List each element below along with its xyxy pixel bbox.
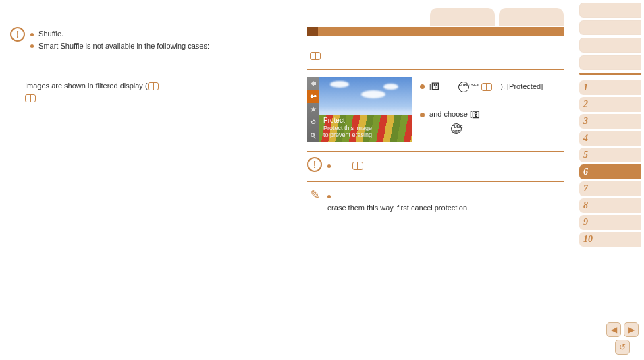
- book-icon: [352, 162, 363, 170]
- sidebar-header-tab[interactable]: [579, 3, 641, 18]
- warning-icon: !: [10, 27, 25, 42]
- bullet-icon: [327, 195, 331, 198]
- footer-nav: ◀ ▶ ↺: [606, 322, 639, 355]
- filtered-text: Images are shown in filtered display (: [25, 82, 148, 90]
- divider: [307, 151, 564, 152]
- sidebar-tabs: 1 2 3 4 5 6 7 8 9 10: [579, 3, 641, 249]
- key-icon: ⚿: [431, 80, 439, 94]
- book-ref: [310, 51, 564, 60]
- warn-line-2: Smart Shuffle is not available in the fo…: [38, 42, 209, 50]
- camera-sidebar: [307, 77, 319, 142]
- header-tabs: [430, 8, 564, 26]
- warning-text: Shuffle. Smart Shuffle is not available …: [30, 27, 209, 52]
- sidebar-num-6[interactable]: 6: [579, 164, 641, 179]
- warn-line-1: Shuffle.: [38, 30, 63, 38]
- sidebar-num-1[interactable]: 1: [579, 80, 641, 95]
- pencil-icon: ✎: [307, 187, 322, 202]
- bullet-icon: [420, 84, 425, 89]
- sidebar-num-3[interactable]: 3: [579, 114, 641, 129]
- bullet-icon: [420, 113, 425, 117]
- header-tab[interactable]: [430, 8, 495, 26]
- camera-favorite-icon: [307, 103, 319, 116]
- divider: [307, 181, 564, 182]
- camera-label-desc1: Protect this image: [323, 125, 372, 132]
- note-after-text: erase them this way, first cancel protec…: [327, 204, 469, 212]
- bullet-icon: [327, 164, 331, 168]
- warning-block: ! Shuffle. Smart Shuffle is not availabl…: [10, 27, 287, 52]
- book-icon: [310, 52, 321, 60]
- book-icon: [481, 83, 492, 91]
- protect-step: Protect Protect this image to prevent er…: [307, 77, 564, 142]
- note-block: ✎ erase them this way, first cancel prot…: [307, 187, 564, 214]
- sidebar-num-5[interactable]: 5: [579, 148, 641, 162]
- key-icon: ⚿: [472, 108, 480, 123]
- bullet-icon: [30, 33, 34, 36]
- bullet-icon: [30, 44, 34, 48]
- func-set-icon: FUNC SET: [458, 82, 469, 92]
- warning-text-2: [327, 157, 363, 172]
- header-tab[interactable]: [499, 8, 564, 26]
- right-column: Protect Protect this image to prevent er…: [297, 0, 574, 360]
- header-bar: [307, 27, 564, 36]
- svg-rect-2: [315, 95, 316, 96]
- camera-back-icon: [307, 77, 319, 90]
- step-seg-3: and choose [: [429, 110, 472, 118]
- func-set-icon: FUNC SET: [451, 123, 462, 134]
- sidebar-num-8[interactable]: 8: [579, 198, 641, 213]
- svg-rect-3: [314, 95, 315, 96]
- section-header: [307, 27, 564, 38]
- warning-block-2: !: [307, 157, 564, 172]
- sidebar-header-tab[interactable]: [579, 20, 641, 35]
- prev-button[interactable]: ◀: [606, 322, 621, 337]
- warning-icon: !: [307, 157, 322, 172]
- camera-label-desc2: to prevent erasing: [323, 131, 372, 139]
- camera-rotate-icon: [307, 116, 319, 129]
- next-button[interactable]: ▶: [624, 322, 639, 337]
- book-icon: [25, 94, 36, 102]
- step-seg-2: ). [Protected]: [500, 82, 543, 90]
- camera-protect-icon: [307, 90, 319, 102]
- sidebar: 1 2 3 4 5 6 7 8 9 10: [574, 0, 644, 360]
- book-icon: [148, 82, 159, 90]
- note-text: erase them this way, first cancel protec…: [327, 187, 469, 214]
- filtered-display-line: Images are shown in filtered display (: [25, 60, 287, 104]
- sidebar-num-7[interactable]: 7: [579, 181, 641, 196]
- sidebar-num-4[interactable]: 4: [579, 131, 641, 146]
- svg-rect-1: [313, 96, 317, 97]
- camera-label-title: Protect: [323, 117, 372, 125]
- sidebar-num-2[interactable]: 2: [579, 97, 641, 112]
- step-text: [⚿ FUNC SET ). [Protected] and choose [: [420, 77, 564, 142]
- sidebar-num-10[interactable]: 10: [579, 232, 641, 247]
- divider: [307, 69, 564, 70]
- sidebar-divider: [579, 73, 641, 75]
- camera-search-icon: [307, 129, 319, 142]
- camera-screenshot: Protect Protect this image to prevent er…: [307, 77, 412, 142]
- camera-label: Protect Protect this image to prevent er…: [321, 115, 375, 141]
- camera-photo: Protect Protect this image to prevent er…: [319, 77, 412, 142]
- sidebar-num-9[interactable]: 9: [579, 215, 641, 230]
- return-button[interactable]: ↺: [615, 340, 630, 355]
- sidebar-header-tab[interactable]: [579, 38, 641, 53]
- left-column: ! Shuffle. Smart Shuffle is not availabl…: [0, 0, 297, 360]
- sidebar-header-tab[interactable]: [579, 55, 641, 70]
